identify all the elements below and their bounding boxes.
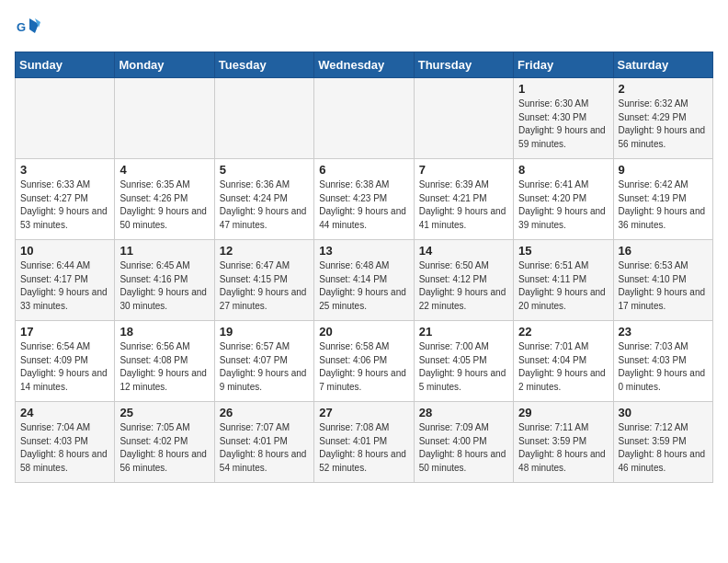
- calendar-cell: 30Sunrise: 7:12 AM Sunset: 3:59 PM Dayli…: [613, 402, 712, 483]
- calendar-cell: 17Sunrise: 6:54 AM Sunset: 4:09 PM Dayli…: [16, 321, 115, 402]
- day-number: 23: [619, 325, 708, 339]
- day-info: Sunrise: 6:32 AM Sunset: 4:29 PM Dayligh…: [619, 98, 708, 151]
- day-info: Sunrise: 6:38 AM Sunset: 4:23 PM Dayligh…: [319, 178, 408, 232]
- day-number: 30: [619, 406, 708, 419]
- calendar-cell: 4Sunrise: 6:35 AM Sunset: 4:26 PM Daylig…: [115, 159, 214, 240]
- day-number: 18: [119, 325, 209, 339]
- calendar-cell: 24Sunrise: 7:04 AM Sunset: 4:03 PM Dayli…: [16, 402, 115, 483]
- calendar-cell: 20Sunrise: 6:58 AM Sunset: 4:06 PM Dayli…: [314, 321, 414, 402]
- day-number: 7: [419, 163, 508, 177]
- day-number: 2: [619, 82, 708, 96]
- day-info: Sunrise: 7:00 AM Sunset: 4:05 PM Dayligh…: [419, 340, 508, 394]
- day-header-monday: Monday: [115, 52, 214, 78]
- day-info: Sunrise: 6:57 AM Sunset: 4:07 PM Dayligh…: [220, 340, 309, 394]
- day-header-tuesday: Tuesday: [214, 52, 313, 78]
- day-number: 9: [619, 163, 708, 177]
- day-header-wednesday: Wednesday: [314, 52, 414, 78]
- day-number: 12: [220, 244, 309, 258]
- day-header-sunday: Sunday: [16, 52, 115, 78]
- calendar-cell: [16, 78, 115, 159]
- calendar-cell: 10Sunrise: 6:44 AM Sunset: 4:17 PM Dayli…: [16, 240, 115, 321]
- day-info: Sunrise: 6:56 AM Sunset: 4:08 PM Dayligh…: [119, 340, 209, 394]
- day-info: Sunrise: 6:41 AM Sunset: 4:20 PM Dayligh…: [518, 178, 608, 232]
- day-number: 25: [119, 406, 209, 419]
- calendar-cell: 22Sunrise: 7:01 AM Sunset: 4:04 PM Dayli…: [514, 321, 613, 402]
- calendar-cell: 3Sunrise: 6:33 AM Sunset: 4:27 PM Daylig…: [16, 159, 115, 240]
- calendar-week-3: 10Sunrise: 6:44 AM Sunset: 4:17 PM Dayli…: [16, 240, 713, 321]
- day-number: 16: [619, 244, 708, 258]
- day-number: 29: [518, 406, 608, 419]
- calendar-cell: 6Sunrise: 6:38 AM Sunset: 4:23 PM Daylig…: [314, 159, 414, 240]
- day-header-thursday: Thursday: [414, 52, 513, 78]
- calendar-cell: 5Sunrise: 6:36 AM Sunset: 4:24 PM Daylig…: [214, 159, 313, 240]
- day-number: 11: [119, 244, 209, 258]
- day-info: Sunrise: 6:42 AM Sunset: 4:19 PM Dayligh…: [619, 178, 708, 232]
- day-info: Sunrise: 7:01 AM Sunset: 4:04 PM Dayligh…: [518, 340, 608, 394]
- day-info: Sunrise: 7:07 AM Sunset: 4:01 PM Dayligh…: [220, 421, 309, 475]
- day-info: Sunrise: 6:50 AM Sunset: 4:12 PM Dayligh…: [419, 259, 508, 313]
- day-info: Sunrise: 7:09 AM Sunset: 4:00 PM Dayligh…: [419, 421, 508, 475]
- calendar-cell: 23Sunrise: 7:03 AM Sunset: 4:03 PM Dayli…: [613, 321, 712, 402]
- day-info: Sunrise: 7:05 AM Sunset: 4:02 PM Dayligh…: [119, 421, 209, 475]
- logo: G: [15, 15, 44, 40]
- calendar-week-4: 17Sunrise: 6:54 AM Sunset: 4:09 PM Dayli…: [16, 321, 713, 402]
- calendar-week-5: 24Sunrise: 7:04 AM Sunset: 4:03 PM Dayli…: [16, 402, 713, 483]
- calendar-cell: 11Sunrise: 6:45 AM Sunset: 4:16 PM Dayli…: [115, 240, 214, 321]
- day-info: Sunrise: 7:11 AM Sunset: 3:59 PM Dayligh…: [518, 421, 608, 475]
- calendar-cell: 7Sunrise: 6:39 AM Sunset: 4:21 PM Daylig…: [414, 159, 513, 240]
- day-number: 19: [220, 325, 309, 339]
- day-number: 10: [20, 244, 109, 258]
- day-info: Sunrise: 7:12 AM Sunset: 3:59 PM Dayligh…: [619, 421, 708, 475]
- day-number: 1: [518, 82, 608, 96]
- day-number: 6: [319, 163, 408, 177]
- day-number: 27: [319, 406, 408, 419]
- day-number: 4: [119, 163, 209, 177]
- day-number: 15: [518, 244, 608, 258]
- day-info: Sunrise: 6:44 AM Sunset: 4:17 PM Dayligh…: [20, 259, 109, 313]
- day-number: 26: [220, 406, 309, 419]
- day-number: 3: [20, 163, 109, 177]
- calendar-cell: 18Sunrise: 6:56 AM Sunset: 4:08 PM Dayli…: [115, 321, 214, 402]
- calendar-cell: 8Sunrise: 6:41 AM Sunset: 4:20 PM Daylig…: [514, 159, 613, 240]
- day-info: Sunrise: 6:45 AM Sunset: 4:16 PM Dayligh…: [119, 259, 209, 313]
- day-info: Sunrise: 6:48 AM Sunset: 4:14 PM Dayligh…: [319, 259, 408, 313]
- calendar-week-1: 1Sunrise: 6:30 AM Sunset: 4:30 PM Daylig…: [16, 78, 713, 159]
- day-info: Sunrise: 7:08 AM Sunset: 4:01 PM Dayligh…: [319, 421, 408, 475]
- day-info: Sunrise: 6:58 AM Sunset: 4:06 PM Dayligh…: [319, 340, 408, 394]
- calendar-cell: 14Sunrise: 6:50 AM Sunset: 4:12 PM Dayli…: [414, 240, 513, 321]
- calendar-body: 1Sunrise: 6:30 AM Sunset: 4:30 PM Daylig…: [16, 78, 713, 483]
- day-info: Sunrise: 6:53 AM Sunset: 4:10 PM Dayligh…: [619, 259, 708, 313]
- day-info: Sunrise: 6:54 AM Sunset: 4:09 PM Dayligh…: [20, 340, 109, 394]
- calendar-header: SundayMondayTuesdayWednesdayThursdayFrid…: [16, 52, 713, 78]
- calendar-cell: [214, 78, 313, 159]
- day-info: Sunrise: 6:51 AM Sunset: 4:11 PM Dayligh…: [518, 259, 608, 313]
- day-info: Sunrise: 7:03 AM Sunset: 4:03 PM Dayligh…: [619, 340, 708, 394]
- day-number: 24: [20, 406, 109, 419]
- day-header-saturday: Saturday: [613, 52, 712, 78]
- calendar-cell: 29Sunrise: 7:11 AM Sunset: 3:59 PM Dayli…: [514, 402, 613, 483]
- day-info: Sunrise: 6:36 AM Sunset: 4:24 PM Dayligh…: [220, 178, 309, 232]
- calendar-cell: 12Sunrise: 6:47 AM Sunset: 4:15 PM Dayli…: [214, 240, 313, 321]
- calendar-cell: 27Sunrise: 7:08 AM Sunset: 4:01 PM Dayli…: [314, 402, 414, 483]
- logo-icon: G: [15, 15, 40, 40]
- calendar-cell: [414, 78, 513, 159]
- calendar-cell: 15Sunrise: 6:51 AM Sunset: 4:11 PM Dayli…: [514, 240, 613, 321]
- day-number: 28: [419, 406, 508, 419]
- day-number: 14: [419, 244, 508, 258]
- day-info: Sunrise: 6:35 AM Sunset: 4:26 PM Dayligh…: [119, 178, 209, 232]
- day-number: 8: [518, 163, 608, 177]
- day-number: 21: [419, 325, 508, 339]
- calendar-cell: [314, 78, 414, 159]
- day-info: Sunrise: 6:47 AM Sunset: 4:15 PM Dayligh…: [220, 259, 309, 313]
- day-number: 22: [518, 325, 608, 339]
- calendar-cell: [115, 78, 214, 159]
- day-number: 20: [319, 325, 408, 339]
- calendar-cell: 28Sunrise: 7:09 AM Sunset: 4:00 PM Dayli…: [414, 402, 513, 483]
- calendar-cell: 9Sunrise: 6:42 AM Sunset: 4:19 PM Daylig…: [613, 159, 712, 240]
- day-info: Sunrise: 6:39 AM Sunset: 4:21 PM Dayligh…: [419, 178, 508, 232]
- calendar-cell: 26Sunrise: 7:07 AM Sunset: 4:01 PM Dayli…: [214, 402, 313, 483]
- day-info: Sunrise: 6:30 AM Sunset: 4:30 PM Dayligh…: [518, 98, 608, 151]
- calendar-table: SundayMondayTuesdayWednesdayThursdayFrid…: [15, 52, 713, 483]
- day-number: 5: [220, 163, 309, 177]
- svg-text:G: G: [17, 20, 26, 34]
